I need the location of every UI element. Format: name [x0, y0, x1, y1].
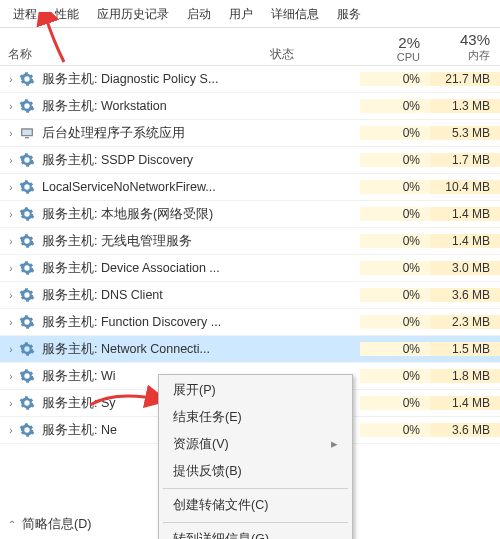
mem-total: 43% — [430, 31, 490, 48]
process-name: 服务主机: Diagnostic Policy S... — [42, 71, 360, 88]
column-cpu[interactable]: 2% CPU — [360, 34, 430, 63]
process-name: 服务主机: Device Association ... — [42, 260, 360, 277]
gear-icon — [18, 394, 36, 412]
gear-icon — [18, 340, 36, 358]
process-name: 后台处理程序子系统应用 — [42, 125, 360, 142]
expand-icon[interactable]: › — [4, 101, 18, 112]
expand-icon[interactable]: › — [4, 290, 18, 301]
tab-startup[interactable]: 启动 — [178, 1, 220, 27]
process-name: LocalServiceNoNetworkFirew... — [42, 180, 360, 194]
process-memory: 1.7 MB — [430, 153, 500, 167]
expand-icon[interactable]: › — [4, 317, 18, 328]
gear-icon — [18, 259, 36, 277]
process-memory: 3.0 MB — [430, 261, 500, 275]
gear-icon — [18, 313, 36, 331]
process-memory: 1.4 MB — [430, 207, 500, 221]
menu-go-to-details[interactable]: 转到详细信息(G) — [161, 526, 350, 539]
gear-icon — [18, 367, 36, 385]
expand-icon[interactable]: › — [4, 155, 18, 166]
gear-icon — [18, 178, 36, 196]
gear-icon — [18, 70, 36, 88]
table-row[interactable]: ›服务主机: 本地服务(网络受限)0%1.4 MB — [0, 201, 500, 228]
process-cpu: 0% — [360, 99, 430, 113]
process-name: 服务主机: Network Connecti... — [42, 341, 360, 358]
column-status[interactable]: 状态 — [270, 46, 360, 63]
chevron-right-icon: ▸ — [331, 436, 338, 451]
process-cpu: 0% — [360, 126, 430, 140]
table-row[interactable]: ›后台处理程序子系统应用0%5.3 MB — [0, 120, 500, 147]
table-row[interactable]: ›LocalServiceNoNetworkFirew...0%10.4 MB — [0, 174, 500, 201]
svg-rect-1 — [22, 130, 31, 135]
expand-icon[interactable]: › — [4, 263, 18, 274]
process-name: 服务主机: SSDP Discovery — [42, 152, 360, 169]
column-name[interactable]: 名称 — [8, 46, 270, 63]
gear-icon — [18, 232, 36, 250]
expand-icon[interactable]: › — [4, 236, 18, 247]
context-menu: 展开(P) 结束任务(E) 资源值(V) ▸ 提供反馈(B) 创建转储文件(C)… — [158, 374, 353, 539]
menu-feedback[interactable]: 提供反馈(B) — [161, 458, 350, 485]
expand-icon[interactable]: › — [4, 371, 18, 382]
process-name: 服务主机: Function Discovery ... — [42, 314, 360, 331]
process-memory: 1.4 MB — [430, 396, 500, 410]
menu-separator — [163, 522, 348, 523]
cpu-label: CPU — [360, 51, 420, 63]
expand-icon[interactable]: › — [4, 209, 18, 220]
gear-icon — [18, 205, 36, 223]
process-memory: 3.6 MB — [430, 423, 500, 437]
menu-expand[interactable]: 展开(P) — [161, 377, 350, 404]
process-memory: 1.8 MB — [430, 369, 500, 383]
gear-icon — [18, 151, 36, 169]
tab-details[interactable]: 详细信息 — [262, 1, 328, 27]
process-cpu: 0% — [360, 261, 430, 275]
menu-separator — [163, 488, 348, 489]
menu-end-task[interactable]: 结束任务(E) — [161, 404, 350, 431]
table-row[interactable]: ›服务主机: DNS Client0%3.6 MB — [0, 282, 500, 309]
expand-icon[interactable]: › — [4, 425, 18, 436]
process-memory: 10.4 MB — [430, 180, 500, 194]
chevron-up-icon: ⌃ — [8, 519, 16, 530]
fewer-details-button[interactable]: ⌃ 简略信息(D) — [8, 516, 91, 533]
process-memory: 1.3 MB — [430, 99, 500, 113]
expand-icon[interactable]: › — [4, 398, 18, 409]
menu-resource-values[interactable]: 资源值(V) ▸ — [161, 431, 350, 458]
fewer-details-label: 简略信息(D) — [22, 516, 91, 533]
process-name: 服务主机: DNS Client — [42, 287, 360, 304]
process-cpu: 0% — [360, 396, 430, 410]
table-row[interactable]: ›服务主机: Workstation0%1.3 MB — [0, 93, 500, 120]
tab-services[interactable]: 服务 — [328, 1, 370, 27]
process-cpu: 0% — [360, 369, 430, 383]
process-memory: 2.3 MB — [430, 315, 500, 329]
process-cpu: 0% — [360, 207, 430, 221]
process-cpu: 0% — [360, 153, 430, 167]
column-memory[interactable]: 43% 内存 — [430, 31, 500, 63]
process-name: 服务主机: 本地服务(网络受限) — [42, 206, 360, 223]
table-row[interactable]: ›服务主机: Network Connecti...0%1.5 MB — [0, 336, 500, 363]
mem-label: 内存 — [430, 48, 490, 63]
tab-performance[interactable]: 性能 — [46, 1, 88, 27]
process-name: 服务主机: Workstation — [42, 98, 360, 115]
table-row[interactable]: ›服务主机: SSDP Discovery0%1.7 MB — [0, 147, 500, 174]
tab-app-history[interactable]: 应用历史记录 — [88, 1, 178, 27]
process-cpu: 0% — [360, 72, 430, 86]
table-row[interactable]: ›服务主机: Device Association ...0%3.0 MB — [0, 255, 500, 282]
process-cpu: 0% — [360, 180, 430, 194]
table-row[interactable]: ›服务主机: Diagnostic Policy S...0%21.7 MB — [0, 66, 500, 93]
process-memory: 3.6 MB — [430, 288, 500, 302]
menu-create-dump[interactable]: 创建转储文件(C) — [161, 492, 350, 519]
tab-users[interactable]: 用户 — [220, 1, 262, 27]
gear-icon — [18, 97, 36, 115]
table-row[interactable]: ›服务主机: Function Discovery ...0%2.3 MB — [0, 309, 500, 336]
process-cpu: 0% — [360, 288, 430, 302]
process-cpu: 0% — [360, 423, 430, 437]
process-cpu: 0% — [360, 315, 430, 329]
expand-icon[interactable]: › — [4, 182, 18, 193]
process-memory: 21.7 MB — [430, 72, 500, 86]
process-cpu: 0% — [360, 234, 430, 248]
expand-icon[interactable]: › — [4, 74, 18, 85]
tab-processes[interactable]: 进程 — [4, 1, 46, 27]
expand-icon[interactable]: › — [4, 128, 18, 139]
table-row[interactable]: ›服务主机: 无线电管理服务0%1.4 MB — [0, 228, 500, 255]
svg-rect-2 — [25, 137, 29, 138]
expand-icon[interactable]: › — [4, 344, 18, 355]
tab-bar: 进程 性能 应用历史记录 启动 用户 详细信息 服务 — [0, 0, 500, 28]
